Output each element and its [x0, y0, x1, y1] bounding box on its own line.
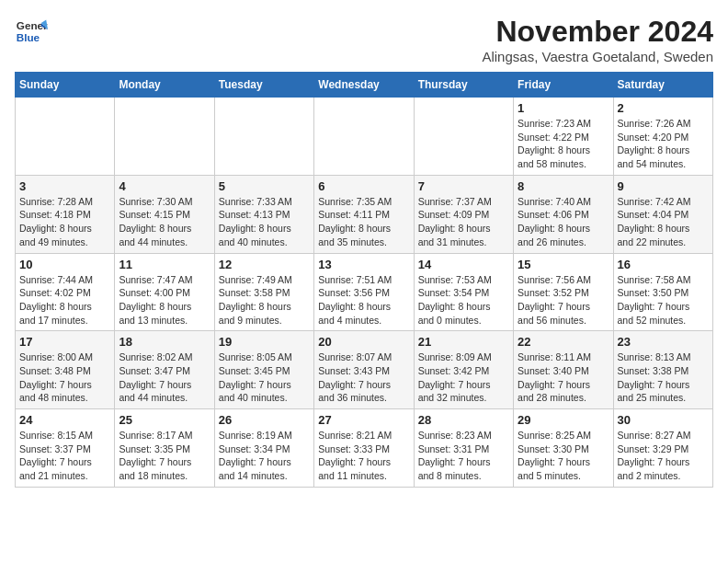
day-detail: Sunrise: 8:00 AM Sunset: 3:48 PM Dayligh…	[19, 350, 110, 405]
day-detail: Sunrise: 7:44 AM Sunset: 4:02 PM Dayligh…	[19, 273, 110, 327]
day-detail: Sunrise: 7:58 AM Sunset: 3:50 PM Dayligh…	[618, 273, 709, 327]
day-number: 20	[318, 335, 409, 349]
day-detail: Sunrise: 7:37 AM Sunset: 4:09 PM Dayligh…	[418, 195, 509, 249]
day-number: 10	[19, 258, 110, 271]
calendar-cell: 24Sunrise: 8:15 AM Sunset: 3:37 PM Dayli…	[16, 409, 115, 488]
weekday-header: Friday	[514, 73, 613, 98]
calendar-cell: 30Sunrise: 8:27 AM Sunset: 3:29 PM Dayli…	[613, 409, 712, 488]
calendar-week-row: 1Sunrise: 7:23 AM Sunset: 4:22 PM Daylig…	[16, 98, 713, 176]
calendar-cell: 18Sunrise: 8:02 AM Sunset: 3:47 PM Dayli…	[115, 331, 214, 409]
day-detail: Sunrise: 8:25 AM Sunset: 3:30 PM Dayligh…	[518, 429, 609, 483]
day-detail: Sunrise: 8:27 AM Sunset: 3:29 PM Dayligh…	[618, 429, 709, 483]
weekday-header: Saturday	[613, 73, 712, 98]
day-number: 23	[618, 335, 709, 349]
day-number: 12	[219, 258, 310, 271]
day-detail: Sunrise: 7:51 AM Sunset: 3:56 PM Dayligh…	[318, 273, 409, 327]
calendar-cell: 25Sunrise: 8:17 AM Sunset: 3:35 PM Dayli…	[115, 409, 214, 488]
calendar-week-row: 17Sunrise: 8:00 AM Sunset: 3:48 PM Dayli…	[16, 331, 713, 409]
calendar-cell: 6Sunrise: 7:35 AM Sunset: 4:11 PM Daylig…	[314, 175, 414, 253]
day-number: 29	[518, 413, 609, 427]
day-number: 16	[618, 258, 709, 271]
day-number: 15	[518, 258, 609, 271]
day-number: 13	[318, 258, 409, 271]
logo-icon: General Blue	[15, 15, 48, 48]
calendar-cell: 12Sunrise: 7:49 AM Sunset: 3:58 PM Dayli…	[214, 253, 313, 331]
day-detail: Sunrise: 8:19 AM Sunset: 3:34 PM Dayligh…	[219, 429, 310, 483]
day-number: 25	[119, 413, 210, 427]
calendar-cell: 10Sunrise: 7:44 AM Sunset: 4:02 PM Dayli…	[16, 253, 115, 331]
logo: General Blue	[15, 15, 48, 48]
day-number: 14	[418, 258, 509, 271]
day-number: 2	[618, 101, 709, 115]
day-detail: Sunrise: 7:30 AM Sunset: 4:15 PM Dayligh…	[119, 195, 210, 249]
calendar-cell: 15Sunrise: 7:56 AM Sunset: 3:52 PM Dayli…	[514, 253, 613, 331]
calendar-cell	[314, 98, 414, 176]
day-number: 3	[19, 179, 110, 193]
calendar-cell: 19Sunrise: 8:05 AM Sunset: 3:45 PM Dayli…	[214, 331, 313, 409]
day-number: 4	[119, 179, 210, 193]
calendar-cell: 26Sunrise: 8:19 AM Sunset: 3:34 PM Dayli…	[214, 409, 313, 488]
day-number: 28	[418, 413, 509, 427]
day-detail: Sunrise: 8:15 AM Sunset: 3:37 PM Dayligh…	[19, 429, 110, 483]
day-detail: Sunrise: 8:21 AM Sunset: 3:33 PM Dayligh…	[318, 429, 409, 483]
day-number: 19	[219, 335, 310, 349]
day-detail: Sunrise: 7:47 AM Sunset: 4:00 PM Dayligh…	[119, 273, 210, 327]
calendar-cell: 2Sunrise: 7:26 AM Sunset: 4:20 PM Daylig…	[613, 98, 712, 176]
calendar-cell: 17Sunrise: 8:00 AM Sunset: 3:48 PM Dayli…	[16, 331, 115, 409]
day-number: 8	[518, 179, 609, 193]
page-header: General Blue November 2024 Alingsas, Vae…	[15, 15, 713, 64]
weekday-header: Monday	[115, 73, 214, 98]
svg-text:Blue: Blue	[17, 31, 40, 43]
calendar-week-row: 3Sunrise: 7:28 AM Sunset: 4:18 PM Daylig…	[16, 175, 713, 253]
calendar-cell: 5Sunrise: 7:33 AM Sunset: 4:13 PM Daylig…	[214, 175, 313, 253]
day-detail: Sunrise: 8:02 AM Sunset: 3:47 PM Dayligh…	[119, 350, 210, 405]
weekday-header: Tuesday	[214, 73, 313, 98]
calendar-cell: 8Sunrise: 7:40 AM Sunset: 4:06 PM Daylig…	[514, 175, 613, 253]
month-title: November 2024	[482, 15, 713, 49]
day-number: 1	[518, 101, 609, 115]
calendar-cell: 7Sunrise: 7:37 AM Sunset: 4:09 PM Daylig…	[414, 175, 513, 253]
calendar-cell: 14Sunrise: 7:53 AM Sunset: 3:54 PM Dayli…	[414, 253, 513, 331]
calendar-cell: 11Sunrise: 7:47 AM Sunset: 4:00 PM Dayli…	[115, 253, 214, 331]
day-detail: Sunrise: 7:49 AM Sunset: 3:58 PM Dayligh…	[219, 273, 310, 327]
day-number: 21	[418, 335, 509, 349]
day-detail: Sunrise: 7:40 AM Sunset: 4:06 PM Dayligh…	[518, 195, 609, 249]
day-detail: Sunrise: 7:26 AM Sunset: 4:20 PM Dayligh…	[618, 117, 709, 171]
weekday-header: Thursday	[414, 73, 513, 98]
day-detail: Sunrise: 7:33 AM Sunset: 4:13 PM Dayligh…	[219, 195, 310, 249]
day-number: 11	[119, 258, 210, 271]
calendar-cell: 16Sunrise: 7:58 AM Sunset: 3:50 PM Dayli…	[613, 253, 712, 331]
calendar-table: SundayMondayTuesdayWednesdayThursdayFrid…	[15, 72, 713, 488]
weekday-header: Sunday	[16, 73, 115, 98]
day-number: 17	[19, 335, 110, 349]
weekday-header: Wednesday	[314, 73, 414, 98]
calendar-cell: 23Sunrise: 8:13 AM Sunset: 3:38 PM Dayli…	[613, 331, 712, 409]
calendar-week-row: 10Sunrise: 7:44 AM Sunset: 4:02 PM Dayli…	[16, 253, 713, 331]
day-detail: Sunrise: 7:53 AM Sunset: 3:54 PM Dayligh…	[418, 273, 509, 327]
day-detail: Sunrise: 8:07 AM Sunset: 3:43 PM Dayligh…	[318, 350, 409, 405]
day-number: 26	[219, 413, 310, 427]
title-block: November 2024 Alingsas, Vaestra Goetalan…	[482, 15, 713, 64]
calendar-cell	[16, 98, 115, 176]
calendar-cell	[115, 98, 214, 176]
day-number: 6	[318, 179, 409, 193]
day-number: 18	[119, 335, 210, 349]
day-detail: Sunrise: 8:17 AM Sunset: 3:35 PM Dayligh…	[119, 429, 210, 483]
day-detail: Sunrise: 7:56 AM Sunset: 3:52 PM Dayligh…	[518, 273, 609, 327]
calendar-cell	[414, 98, 513, 176]
calendar-cell: 28Sunrise: 8:23 AM Sunset: 3:31 PM Dayli…	[414, 409, 513, 488]
calendar-cell: 13Sunrise: 7:51 AM Sunset: 3:56 PM Dayli…	[314, 253, 414, 331]
calendar-cell: 29Sunrise: 8:25 AM Sunset: 3:30 PM Dayli…	[514, 409, 613, 488]
day-number: 7	[418, 179, 509, 193]
day-detail: Sunrise: 8:05 AM Sunset: 3:45 PM Dayligh…	[219, 350, 310, 405]
calendar-week-row: 24Sunrise: 8:15 AM Sunset: 3:37 PM Dayli…	[16, 409, 713, 488]
day-detail: Sunrise: 7:35 AM Sunset: 4:11 PM Dayligh…	[318, 195, 409, 249]
calendar-cell: 9Sunrise: 7:42 AM Sunset: 4:04 PM Daylig…	[613, 175, 712, 253]
calendar-cell: 3Sunrise: 7:28 AM Sunset: 4:18 PM Daylig…	[16, 175, 115, 253]
day-number: 22	[518, 335, 609, 349]
day-detail: Sunrise: 8:23 AM Sunset: 3:31 PM Dayligh…	[418, 429, 509, 483]
day-detail: Sunrise: 7:23 AM Sunset: 4:22 PM Dayligh…	[518, 117, 609, 171]
day-number: 30	[618, 413, 709, 427]
calendar-cell	[214, 98, 313, 176]
calendar-cell: 21Sunrise: 8:09 AM Sunset: 3:42 PM Dayli…	[414, 331, 513, 409]
